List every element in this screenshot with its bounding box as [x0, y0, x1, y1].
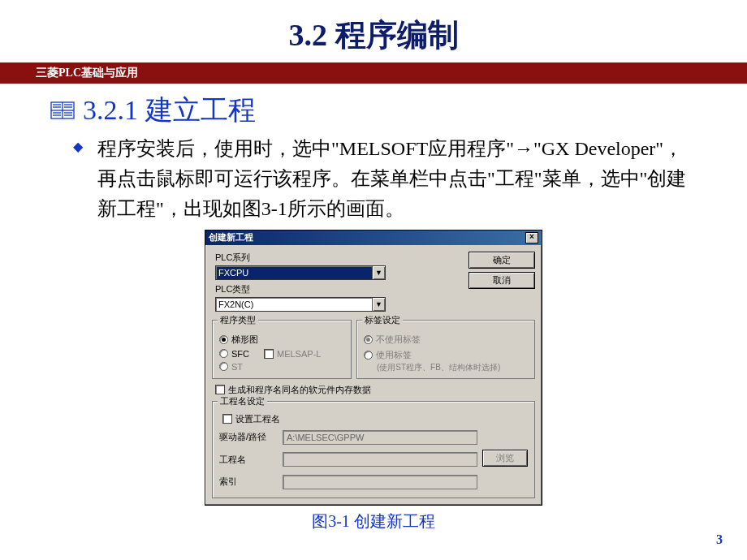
- page-number: 3: [716, 532, 723, 547]
- section-text: 3.2.1 建立工程: [83, 92, 256, 129]
- bullet-icon: ◆: [73, 134, 83, 225]
- create-project-dialog: 创建新工程 × PLC系列 FXCPU ▼ PLC类型 FX2N(C) ▼ 确定…: [205, 230, 542, 506]
- plc-series-value: FXCPU: [218, 268, 248, 278]
- radio-st: ST: [219, 360, 344, 373]
- index-label: 索引: [219, 476, 278, 488]
- close-icon[interactable]: ×: [525, 232, 538, 243]
- plc-type-label: PLC类型: [215, 283, 462, 295]
- set-name-row[interactable]: 设置工程名: [219, 413, 528, 425]
- drive-path-field[interactable]: A:\MELSEC\GPPW: [283, 430, 477, 445]
- ok-button[interactable]: 确定: [468, 252, 535, 269]
- body-paragraph: ◆ 程序安装后，使用时，选中"MELSOFT应用程序"→"GX Develope…: [0, 131, 747, 225]
- gen-memory-label: 生成和程序名同名的软元件内存数据: [228, 384, 371, 396]
- melsap-checkbox: [264, 349, 274, 359]
- body-text: 程序安装后，使用时，选中"MELSOFT应用程序"→"GX Developer"…: [97, 134, 702, 225]
- radio-no-label: 不使用标签: [364, 332, 528, 347]
- project-name-title: 工程名设定: [218, 395, 267, 407]
- slide-title: 3.2 程序编制: [0, 0, 747, 62]
- gen-memory-row[interactable]: 生成和程序名同名的软元件内存数据: [212, 379, 535, 396]
- radio-ladder[interactable]: 梯形图: [219, 332, 344, 347]
- section-heading: 3.2.1 建立工程: [0, 84, 747, 131]
- project-name-label: 工程名: [219, 454, 278, 466]
- gen-memory-checkbox[interactable]: [215, 385, 225, 394]
- project-name-group: 工程名设定 设置工程名 驱动器/路径 A:\MELSEC\GPPW 工程名 浏览…: [212, 401, 535, 498]
- browse-button[interactable]: 浏览: [482, 450, 528, 467]
- header-band: 三菱PLC基础与应用: [0, 62, 747, 84]
- label-setting-group: 标签设定 不使用标签 使用标签 (使用ST程序、FB、结构体时选择): [356, 320, 535, 379]
- cancel-button[interactable]: 取消: [468, 272, 535, 289]
- chevron-down-icon[interactable]: ▼: [372, 266, 385, 279]
- plc-type-combo[interactable]: FX2N(C) ▼: [215, 297, 386, 312]
- set-name-label: 设置工程名: [235, 413, 280, 425]
- set-name-checkbox[interactable]: [222, 414, 232, 424]
- use-label-note: (使用ST程序、FB、结构体时选择): [364, 363, 528, 373]
- radio-sfc[interactable]: SFC MELSAP-L: [219, 347, 344, 360]
- drive-path-label: 驱动器/路径: [219, 431, 278, 443]
- figure-caption: 图3-1 创建新工程: [0, 510, 747, 532]
- program-type-title: 程序类型: [218, 314, 258, 326]
- plc-series-label: PLC系列: [215, 252, 462, 264]
- plc-series-combo[interactable]: FXCPU ▼: [215, 265, 386, 280]
- label-setting-title: 标签设定: [362, 314, 403, 326]
- window-icon: [50, 100, 75, 121]
- chevron-down-icon[interactable]: ▼: [372, 298, 385, 311]
- dialog-titlebar: 创建新工程 ×: [205, 230, 542, 245]
- project-name-field[interactable]: [283, 452, 477, 467]
- radio-use-label: 使用标签: [364, 347, 528, 363]
- plc-type-value: FX2N(C): [218, 299, 253, 309]
- program-type-group: 程序类型 梯形图 SFC MELSAP-L ST: [212, 320, 352, 379]
- index-field[interactable]: [283, 475, 477, 489]
- dialog-title: 创建新工程: [209, 231, 253, 243]
